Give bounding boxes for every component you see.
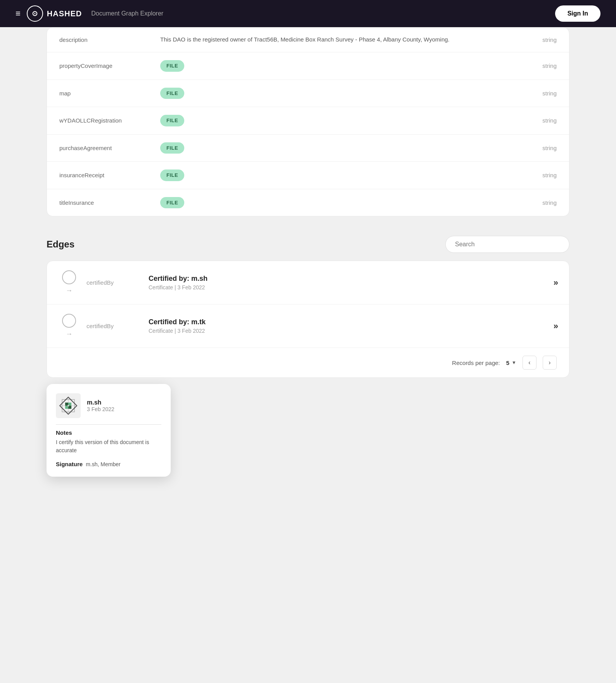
prop-type: string <box>518 36 557 43</box>
prop-type: string <box>518 145 557 151</box>
edge-chevron-icon[interactable]: » <box>554 321 557 331</box>
logo-name: HASHED <box>47 9 82 18</box>
prop-value[interactable]: FILE <box>160 169 518 181</box>
prop-value[interactable]: FILE <box>160 115 518 126</box>
property-row: propertyCoverImage FILE string <box>47 52 569 80</box>
prev-page-button[interactable]: ‹ <box>523 356 536 370</box>
file-badge[interactable]: FILE <box>160 88 184 99</box>
prop-value: This DAO is the registered owner of Trac… <box>160 35 518 44</box>
edge-subtitle: Certificate | 3 Feb 2022 <box>149 284 546 290</box>
edge-info: Certified by: m.sh Certificate | 3 Feb 2… <box>149 275 546 290</box>
prop-value[interactable]: FILE <box>160 197 518 209</box>
records-count[interactable]: 5 ▼ <box>506 360 516 366</box>
edges-table: → certifiedBy Certified by: m.sh Certifi… <box>47 261 569 378</box>
edge-arrow-icon: → <box>66 287 73 295</box>
menu-icon[interactable]: ≡ <box>16 9 21 19</box>
edge-row[interactable]: → certifiedBy Certified by: m.sh Certifi… <box>47 261 569 304</box>
logo-icon: ⊙ <box>27 5 43 22</box>
tooltip-signature-label: Signature <box>56 461 83 467</box>
property-row: insuranceReceipt FILE string <box>47 162 569 189</box>
tooltip-notes-text: I certify this version of this document … <box>56 438 161 455</box>
file-badge[interactable]: FILE <box>160 169 184 181</box>
sign-in-button[interactable]: Sign In <box>555 5 600 22</box>
edge-arrow-icon: → <box>66 330 73 338</box>
edges-header: Edges <box>47 232 569 253</box>
app-subtitle: Document Graph Explorer <box>91 10 163 17</box>
prop-name: purchaseAgreement <box>59 145 160 151</box>
file-badge[interactable]: FILE <box>160 115 184 126</box>
tooltip-signature-row: Signature m.sh, Member <box>56 461 161 467</box>
edge-title: Certified by: m.tk <box>149 318 546 326</box>
edge-circle <box>62 314 76 328</box>
prop-name: titleInsurance <box>59 199 160 206</box>
file-badge[interactable]: FILE <box>160 60 184 72</box>
logo-area: ⊙ HASHED <box>27 5 82 22</box>
tooltip-name: m.sh <box>87 399 114 406</box>
prop-type: string <box>518 117 557 124</box>
edge-info: Certified by: m.tk Certificate | 3 Feb 2… <box>149 318 546 334</box>
prop-name: insuranceReceipt <box>59 172 160 178</box>
prop-type: string <box>518 62 557 69</box>
prop-type: string <box>518 172 557 178</box>
edge-circle <box>62 270 76 284</box>
search-input[interactable] <box>445 236 569 253</box>
main-content: description This DAO is the registered o… <box>0 27 616 378</box>
tooltip-user-info: m.sh 3 Feb 2022 <box>87 399 114 412</box>
edge-subtitle: Certificate | 3 Feb 2022 <box>149 328 546 334</box>
prop-value[interactable]: FILE <box>160 60 518 72</box>
tooltip-avatar <box>56 393 81 418</box>
prop-name: description <box>59 36 160 43</box>
edge-title: Certified by: m.sh <box>149 275 546 283</box>
header: ≡ ⊙ HASHED Document Graph Explorer Sign … <box>0 0 616 27</box>
tooltip-date: 3 Feb 2022 <box>87 406 114 412</box>
prop-type: string <box>518 90 557 97</box>
property-row: titleInsurance FILE string <box>47 189 569 216</box>
header-left: ≡ ⊙ HASHED Document Graph Explorer <box>16 5 163 22</box>
prop-name: map <box>59 90 160 97</box>
prop-name: wYDAOLLCRegistration <box>59 117 160 124</box>
next-page-button[interactable]: › <box>543 356 557 370</box>
edge-relation-label: certifiedBy <box>87 279 141 286</box>
records-per-page-label: Records per page: <box>452 360 500 366</box>
property-row: description This DAO is the registered o… <box>47 28 569 52</box>
prop-type: string <box>518 199 557 206</box>
file-badge[interactable]: FILE <box>160 142 184 154</box>
tooltip-header: m.sh 3 Feb 2022 <box>56 393 161 418</box>
edges-title: Edges <box>47 239 74 250</box>
properties-table: description This DAO is the registered o… <box>47 27 569 216</box>
tooltip-notes-label: Notes <box>56 429 161 436</box>
tooltip-card: m.sh 3 Feb 2022 Notes I certify this ver… <box>47 384 171 477</box>
edge-chevron-icon[interactable]: » <box>554 278 557 288</box>
property-row: map FILE string <box>47 80 569 107</box>
file-badge[interactable]: FILE <box>160 197 184 209</box>
edge-icon-col: → <box>59 314 79 338</box>
records-dropdown-arrow[interactable]: ▼ <box>512 360 516 365</box>
edge-icon-col: → <box>59 270 79 295</box>
pagination-row: Records per page: 5 ▼ ‹ › <box>47 348 569 377</box>
property-row: purchaseAgreement FILE string <box>47 135 569 162</box>
edge-row[interactable]: → certifiedBy Certified by: m.tk Certifi… <box>47 304 569 348</box>
prop-value[interactable]: FILE <box>160 142 518 154</box>
prop-name: propertyCoverImage <box>59 62 160 69</box>
edge-relation-label: certifiedBy <box>87 323 141 329</box>
prop-value[interactable]: FILE <box>160 88 518 99</box>
tooltip-signature-value: m.sh, Member <box>86 461 120 467</box>
tooltip-divider <box>56 424 161 425</box>
property-row: wYDAOLLCRegistration FILE string <box>47 107 569 135</box>
